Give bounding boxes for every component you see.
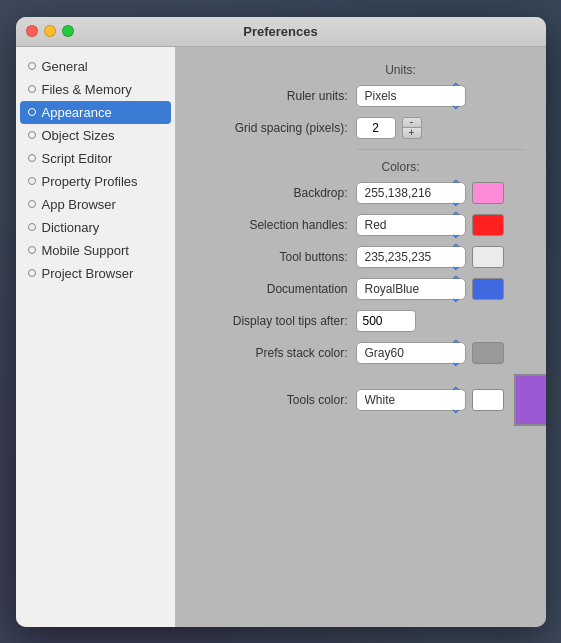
tool-buttons-label: Tool buttons: <box>196 250 356 264</box>
prefs-stack-color-swatch[interactable] <box>472 342 504 364</box>
tool-buttons-control: 235,235,235 ⌃⌄ <box>356 246 504 268</box>
prefs-stack-label: Prefs stack color: <box>196 346 356 360</box>
units-section-label: Units: <box>196 63 526 77</box>
tool-buttons-select[interactable]: 235,235,235 <box>356 246 466 268</box>
window-title: Preferences <box>243 24 317 39</box>
sidebar-item-dot-icon <box>28 131 36 139</box>
ruler-units-label: Ruler units: <box>196 89 356 103</box>
backdrop-color-swatch[interactable] <box>472 182 504 204</box>
sidebar-item-label: App Browser <box>42 197 116 212</box>
sidebar-item-label: Appearance <box>42 105 112 120</box>
ruler-units-row: Ruler units: Pixels ⌃⌄ <box>196 85 526 107</box>
sidebar-item-label: Mobile Support <box>42 243 129 258</box>
sidebar-item-script-editor[interactable]: Script Editor <box>16 147 175 170</box>
sidebar-item-label: Dictionary <box>42 220 100 235</box>
tool-buttons-select-wrapper: 235,235,235 ⌃⌄ <box>356 246 466 268</box>
documentation-row: Documentation RoyalBlue ⌃⌄ <box>196 278 526 300</box>
sidebar-item-property-profiles[interactable]: Property Profiles <box>16 170 175 193</box>
backdrop-select-wrapper: 255,138,216 ⌃⌄ <box>356 182 466 204</box>
grid-spacing-row: Grid spacing (pixels): - + <box>196 117 526 139</box>
ruler-units-select-wrapper: Pixels ⌃⌄ <box>356 85 466 107</box>
sidebar-item-object-sizes[interactable]: Object Sizes <box>16 124 175 147</box>
grid-spacing-stepper: - + <box>402 117 422 139</box>
sidebar-item-mobile-support[interactable]: Mobile Support <box>16 239 175 262</box>
prefs-stack-select-wrapper: Gray60 ⌃⌄ <box>356 342 466 364</box>
documentation-select-wrapper: RoyalBlue ⌃⌄ <box>356 278 466 300</box>
documentation-control: RoyalBlue ⌃⌄ <box>356 278 504 300</box>
sidebar-item-label: Files & Memory <box>42 82 132 97</box>
grid-spacing-plus[interactable]: + <box>402 128 422 139</box>
tools-color-select[interactable]: White <box>356 389 466 411</box>
sidebar-item-label: Property Profiles <box>42 174 138 189</box>
display-tooltips-row: Display tool tips after: <box>196 310 526 332</box>
sidebar-item-label: Project Browser <box>42 266 134 281</box>
tools-color-control: White ⌃⌄ <box>356 374 546 426</box>
grid-spacing-minus[interactable]: - <box>402 117 422 128</box>
documentation-label: Documentation <box>196 282 356 296</box>
sidebar-item-label: General <box>42 59 88 74</box>
prefs-stack-control: Gray60 ⌃⌄ <box>356 342 504 364</box>
tools-color-select-wrapper: White ⌃⌄ <box>356 389 466 411</box>
selection-handles-color-swatch[interactable] <box>472 214 504 236</box>
tools-color-label: Tools color: <box>196 393 356 407</box>
sidebar-item-general[interactable]: General <box>16 55 175 78</box>
sidebar-item-dot-icon <box>28 246 36 254</box>
tool-buttons-color-swatch[interactable] <box>472 246 504 268</box>
selection-handles-label: Selection handles: <box>196 218 356 232</box>
backdrop-control: 255,138,216 ⌃⌄ <box>356 182 504 204</box>
selection-handles-select-wrapper: Red ⌃⌄ <box>356 214 466 236</box>
sidebar-item-dot-icon <box>28 62 36 70</box>
divider-units-colors <box>196 149 526 150</box>
sidebar-item-dot-icon <box>28 269 36 277</box>
display-tooltips-label: Display tool tips after: <box>196 314 356 328</box>
backdrop-row: Backdrop: 255,138,216 ⌃⌄ <box>196 182 526 204</box>
sidebar: GeneralFiles & MemoryAppearanceObject Si… <box>16 47 176 627</box>
prefs-stack-select[interactable]: Gray60 <box>356 342 466 364</box>
window-controls <box>26 25 74 37</box>
sidebar-item-label: Object Sizes <box>42 128 115 143</box>
ruler-units-select[interactable]: Pixels <box>356 85 466 107</box>
main-panel: Units: Ruler units: Pixels ⌃⌄ Grid spaci… <box>176 47 546 627</box>
selection-handles-row: Selection handles: Red ⌃⌄ <box>196 214 526 236</box>
selection-handles-select[interactable]: Red <box>356 214 466 236</box>
sidebar-item-dot-icon <box>28 154 36 162</box>
sidebar-item-project-browser[interactable]: Project Browser <box>16 262 175 285</box>
sidebar-item-app-browser[interactable]: App Browser <box>16 193 175 216</box>
tools-color-row: Tools color: White ⌃⌄ <box>196 374 526 426</box>
sidebar-item-dot-icon <box>28 200 36 208</box>
display-tooltips-input[interactable] <box>356 310 416 332</box>
preferences-window: Preferences GeneralFiles & MemoryAppeara… <box>16 17 546 627</box>
close-button[interactable] <box>26 25 38 37</box>
documentation-select[interactable]: RoyalBlue <box>356 278 466 300</box>
sidebar-item-dictionary[interactable]: Dictionary <box>16 216 175 239</box>
sidebar-item-dot-icon <box>28 108 36 116</box>
ruler-units-control: Pixels ⌃⌄ <box>356 85 466 107</box>
sidebar-item-label: Script Editor <box>42 151 113 166</box>
sidebar-item-dot-icon <box>28 85 36 93</box>
grid-spacing-label: Grid spacing (pixels): <box>196 121 356 135</box>
maximize-button[interactable] <box>62 25 74 37</box>
selection-handles-control: Red ⌃⌄ <box>356 214 504 236</box>
sidebar-item-files-memory[interactable]: Files & Memory <box>16 78 175 101</box>
colors-section-label: Colors: <box>196 160 526 174</box>
sidebar-item-appearance[interactable]: Appearance <box>20 101 171 124</box>
tools-color-swatch[interactable] <box>472 389 504 411</box>
tool-buttons-row: Tool buttons: 235,235,235 ⌃⌄ <box>196 246 526 268</box>
titlebar: Preferences <box>16 17 546 47</box>
grid-spacing-control: - + <box>356 117 422 139</box>
display-tooltips-control <box>356 310 416 332</box>
sidebar-item-dot-icon <box>28 223 36 231</box>
minimize-button[interactable] <box>44 25 56 37</box>
backdrop-label: Backdrop: <box>196 186 356 200</box>
purple-preview-box <box>514 374 546 426</box>
sidebar-item-dot-icon <box>28 177 36 185</box>
prefs-stack-row: Prefs stack color: Gray60 ⌃⌄ <box>196 342 526 364</box>
window-content: GeneralFiles & MemoryAppearanceObject Si… <box>16 47 546 627</box>
grid-spacing-input[interactable] <box>356 117 396 139</box>
documentation-color-swatch[interactable] <box>472 278 504 300</box>
backdrop-select[interactable]: 255,138,216 <box>356 182 466 204</box>
